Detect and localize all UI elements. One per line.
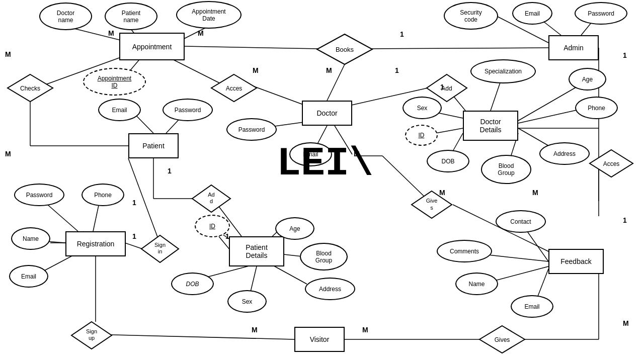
svg-line-19 [447, 88, 465, 111]
mult-m7: M [532, 189, 538, 197]
appointment-entity: Appointment [119, 33, 185, 60]
watermark: LEI\ [277, 141, 373, 187]
blood-group-ellipse: Blood Group [481, 155, 531, 184]
doctor-details-entity: Doctor Details [463, 111, 518, 141]
age-ellipse: Age [569, 68, 606, 90]
address-ellipse: Address [539, 142, 590, 165]
appointment-id-ellipse: Appointment ID [83, 68, 146, 96]
mult-m2: M [198, 29, 204, 37]
mult-m6: M [439, 189, 445, 197]
mult-1h: 1 [623, 51, 627, 59]
mult-1i: 1 [623, 216, 627, 224]
name-feedback-ellipse: Name [455, 273, 498, 295]
appointment-date-ellipse: Appointment Date [176, 1, 242, 29]
blood-group-patient-ellipse: Blood Group [300, 243, 348, 270]
mult-m-left2: M [5, 150, 11, 158]
address-patient-ellipse: Address [305, 278, 355, 300]
mult-m9: M [252, 326, 258, 334]
visitor-entity: Visitor [294, 327, 345, 352]
password-admin-ellipse: Password [575, 2, 627, 25]
specialization-ellipse: Specialization [470, 59, 536, 83]
mult-m-left1: M [5, 50, 11, 58]
password-doctor-ellipse: Password [226, 118, 277, 141]
mult-1a: 1 [400, 30, 404, 38]
email-reg-ellipse: Email [9, 265, 48, 288]
security-code-ellipse: Security code [444, 2, 498, 30]
mult-m10: M [362, 326, 368, 334]
svg-line-36 [125, 243, 142, 249]
mult-1c: 1 [440, 83, 444, 91]
dob-patient-ellipse: DOB [171, 273, 214, 295]
doctor-entity: Doctor [302, 101, 352, 126]
id-doctor-ellipse: ID [405, 125, 438, 146]
registration-entity: Registration [65, 231, 126, 256]
svg-line-45 [93, 334, 294, 339]
id-patient-ellipse: ID [195, 215, 230, 237]
email-admin-ellipse: Email [512, 2, 552, 25]
dob-ellipse: DOB [427, 150, 469, 172]
patient-details-entity: Patient Details [229, 236, 284, 266]
mult-1e: 1 [132, 199, 136, 207]
sex-ellipse: Sex [403, 97, 442, 119]
phone-ellipse: Phone [575, 97, 618, 119]
password-reg-ellipse: Password [14, 184, 64, 206]
name-reg-ellipse: Name [11, 227, 50, 250]
svg-line-3 [185, 46, 319, 49]
mult-m1: M [108, 29, 114, 37]
patient-entity: Patient [128, 133, 179, 158]
mult-m3: M [253, 66, 259, 74]
patient-name-ellipse: Patient name [105, 3, 157, 30]
email-feedback-ellipse: Email [511, 295, 553, 318]
phone-reg-ellipse: Phone [82, 184, 124, 206]
mult-1d: 1 [168, 167, 172, 175]
er-diagram: Appointment Patient Doctor Admin Doctor … [0, 0, 644, 362]
mult-1f: 1 [132, 232, 136, 240]
password-patient-ellipse: Password [163, 99, 213, 121]
mult-m8: M [623, 319, 629, 327]
admin-entity: Admin [548, 35, 599, 60]
mult-1g: 1 [225, 232, 229, 240]
svg-line-4 [370, 48, 548, 49]
comments-ellipse: Comments [437, 240, 492, 262]
mult-m4: M [326, 66, 332, 74]
svg-line-13 [518, 109, 581, 123]
mult-1b: 1 [395, 66, 399, 74]
email-patient-ellipse: Email [98, 99, 141, 121]
svg-line-54 [382, 156, 433, 205]
doctor-name-ellipse: Doctor name [39, 3, 92, 30]
svg-line-23 [170, 58, 226, 86]
sex-patient-ellipse: Sex [227, 290, 267, 313]
age-patient-ellipse: Age [275, 217, 314, 240]
contact-ellipse: Contact [496, 210, 546, 233]
feedback-entity: Feedback [548, 249, 604, 274]
